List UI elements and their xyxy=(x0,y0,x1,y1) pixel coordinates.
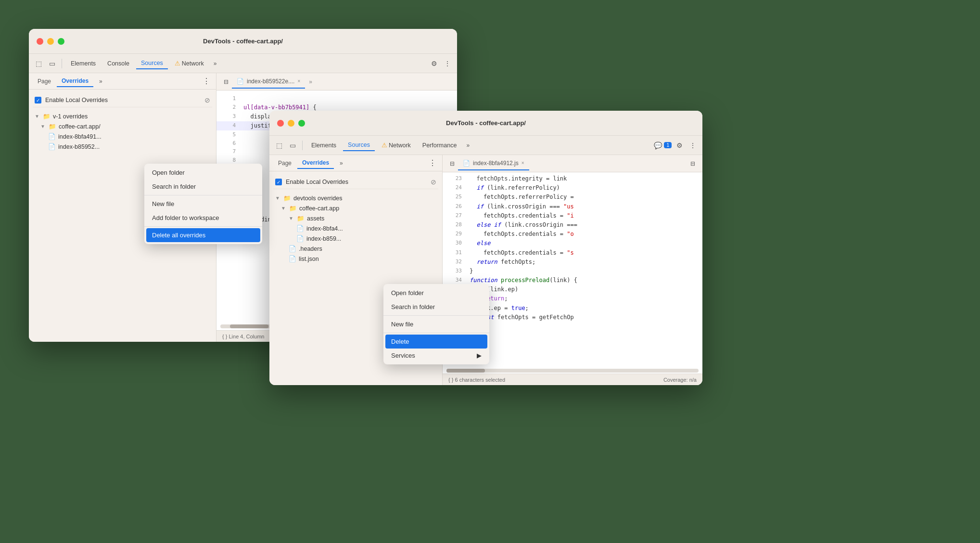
file-tab-name-2: index-8bfa4912.js xyxy=(473,160,519,167)
coffee-folder-label-2: coffee-cart.app xyxy=(299,205,339,212)
code-tab-2[interactable]: 📄 index-8bfa4912.js × xyxy=(458,157,529,170)
menu-delete-2[interactable]: Delete xyxy=(385,335,487,349)
root-arrow-2: ▼ xyxy=(275,195,281,201)
file1-item-2[interactable]: 📄 index-8bfa4... xyxy=(273,223,438,233)
menu-services-2[interactable]: Services ▶ xyxy=(383,349,489,362)
close-button-2[interactable] xyxy=(277,120,284,127)
overrides-tab-2[interactable]: Overrides xyxy=(297,157,334,169)
file2-item-1[interactable]: 📄 index-b85952... xyxy=(33,142,212,152)
code-line2-27: 27 fetchOpts.credentials = "i xyxy=(443,211,702,220)
sidebar-tabs-2: Page Overrides » ⋮ xyxy=(269,155,442,171)
chat-icon-2[interactable]: 💬 xyxy=(654,142,662,149)
menu-delete-all-1[interactable]: Delete all overrides xyxy=(146,228,260,242)
elements-icon-1[interactable]: ⬚ xyxy=(33,58,44,69)
code-line-1: 1 xyxy=(216,94,457,103)
file2-icon-2: 📄 xyxy=(296,235,304,242)
settings-icon-1[interactable]: ⚙ xyxy=(428,58,440,69)
elements-tab-2[interactable]: Elements xyxy=(306,140,341,151)
page-tab-2[interactable]: Page xyxy=(273,158,296,168)
code-line2-30: 30 else xyxy=(443,239,702,248)
console-tab-1[interactable]: Console xyxy=(102,58,134,69)
elements-tab-1[interactable]: Elements xyxy=(66,58,101,69)
minimize-button-2[interactable] xyxy=(288,120,294,127)
maximize-button-2[interactable] xyxy=(298,120,305,127)
more-sidebar-tabs-2[interactable]: » xyxy=(335,158,348,168)
clear-overrides-icon-2[interactable]: ⊘ xyxy=(431,178,436,186)
file1-icon-1: 📄 xyxy=(48,133,56,140)
sidebar-kebab-2[interactable]: ⋮ xyxy=(427,157,438,169)
subfolder-label-1: coffee-cart.app/ xyxy=(59,123,101,130)
coffee-cart-folder-1[interactable]: ▼ 📁 coffee-cart.app/ xyxy=(33,121,212,131)
network-warning-icon-1: ⚠ xyxy=(175,60,180,67)
root-folder-icon-2: 📁 xyxy=(283,194,291,202)
panel-toggle-icon-2[interactable]: ⊟ xyxy=(446,158,458,169)
network-tab-1[interactable]: ⚠ Network xyxy=(170,58,209,69)
mobile-icon-2[interactable]: ▭ xyxy=(287,140,298,151)
file-tab-name-1: index-b859522e.... xyxy=(247,78,294,85)
headers-file[interactable]: 📄 .headers xyxy=(273,244,438,254)
scrollbar-thumb-1 xyxy=(230,324,268,328)
assets-folder[interactable]: ▼ 📁 assets xyxy=(273,213,438,223)
list-json-icon: 📄 xyxy=(289,255,296,262)
list-json-file[interactable]: 📄 list.json xyxy=(273,254,438,264)
performance-tab-2[interactable]: Performance xyxy=(418,140,462,151)
folder-icon-1: 📁 xyxy=(43,113,51,120)
sources-tab-2[interactable]: Sources xyxy=(343,140,375,151)
maximize-button-1[interactable] xyxy=(58,38,64,45)
horizontal-scrollbar-2[interactable] xyxy=(446,369,699,373)
toolbar-1: ⬚ ▭ Elements Console Sources ⚠ Network »… xyxy=(29,54,457,73)
menu-add-folder-1[interactable]: Add folder to workspace xyxy=(144,211,262,225)
chat-badge-container: 💬 1 xyxy=(654,142,672,149)
menu-open-folder-1[interactable]: Open folder xyxy=(144,166,262,180)
network-tab-2[interactable]: ⚠ Network xyxy=(377,140,416,151)
menu-search-folder-1[interactable]: Search in folder xyxy=(144,180,262,194)
menu-sep-2 xyxy=(144,226,262,227)
minimize-button-1[interactable] xyxy=(47,38,54,45)
sidebar-kebab-1[interactable]: ⋮ xyxy=(201,76,212,87)
code-line2-25: 25 fetchOpts.referrerPolicy = xyxy=(443,193,702,202)
page-tab-1[interactable]: Page xyxy=(33,76,56,87)
elements-icon-2[interactable]: ⬚ xyxy=(273,140,285,151)
enable-overrides-row-1: Enable Local Overrides ⊘ xyxy=(33,93,212,107)
file1-item-1[interactable]: 📄 index-8bfa491... xyxy=(33,131,212,142)
more-sidebar-tabs-1[interactable]: » xyxy=(94,76,107,87)
file2-label-1: index-b85952... xyxy=(58,143,100,150)
titlebar-1: DevTools - coffee-cart.app/ xyxy=(29,29,457,54)
menu-new-file-1[interactable]: New file xyxy=(144,197,262,211)
code-line2-32: 32 return fetchOpts; xyxy=(443,258,702,267)
overrides-checkbox-1[interactable] xyxy=(35,97,41,103)
close-button-1[interactable] xyxy=(37,38,43,45)
devtools-overrides-folder[interactable]: ▼ 📁 devtools overrides xyxy=(273,193,438,203)
code-line2-33: 33 } xyxy=(443,267,702,276)
statusbar-text-1: { } Line 4, Column xyxy=(222,334,264,339)
subfolder-arrow-1: ▼ xyxy=(40,124,46,129)
menu-sep-4 xyxy=(383,333,489,333)
code-tab-1[interactable]: 📄 index-b859522e.... × xyxy=(232,75,305,89)
more-tabs-1[interactable]: » xyxy=(211,59,220,68)
overrides-tab-1[interactable]: Overrides xyxy=(57,76,93,87)
menu-new-file-2[interactable]: New file xyxy=(383,317,489,331)
tab-more-1[interactable]: » xyxy=(309,78,312,85)
coffee-cart-folder-2[interactable]: ▼ 📁 coffee-cart.app xyxy=(273,203,438,213)
kebab-icon-1[interactable]: ⋮ xyxy=(442,58,453,69)
file2-item-2[interactable]: 📄 index-b859... xyxy=(273,233,438,244)
tab-close-1[interactable]: × xyxy=(297,78,300,84)
tab-close-2[interactable]: × xyxy=(522,160,524,166)
split-panel-icon[interactable]: ⊟ xyxy=(687,158,699,169)
subfolder-icon-1: 📁 xyxy=(49,123,56,130)
mobile-icon-1[interactable]: ▭ xyxy=(46,58,58,69)
panel-toggle-icon-1[interactable]: ⊟ xyxy=(220,76,232,88)
menu-open-folder-2[interactable]: Open folder xyxy=(383,286,489,300)
services-arrow-icon: ▶ xyxy=(477,352,482,359)
kebab-icon-2[interactable]: ⋮ xyxy=(687,140,699,151)
more-tabs-2[interactable]: » xyxy=(463,141,472,150)
settings-icon-2[interactable]: ⚙ xyxy=(674,140,685,151)
v1-overrides-folder[interactable]: ▼ 📁 v-1 overrides xyxy=(33,111,212,121)
root-folder-label-2: devtools overrides xyxy=(293,195,342,202)
overrides-checkbox-2[interactable] xyxy=(275,179,282,185)
clear-overrides-icon-1[interactable]: ⊘ xyxy=(204,96,210,104)
menu-search-folder-2[interactable]: Search in folder xyxy=(383,300,489,314)
divider-2 xyxy=(302,141,303,150)
sidebar-tabs-1: Page Overrides » ⋮ xyxy=(29,73,216,90)
sources-tab-1[interactable]: Sources xyxy=(136,58,168,69)
